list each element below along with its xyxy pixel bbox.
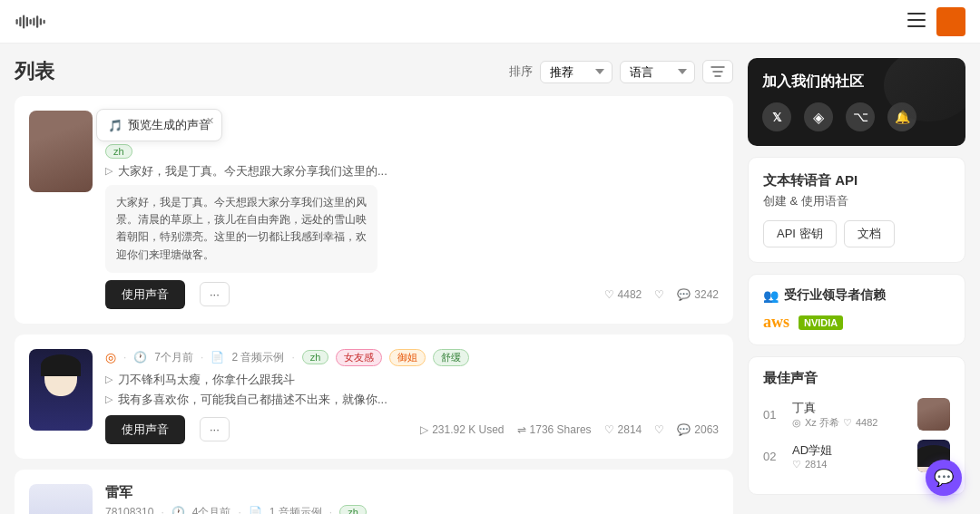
avatar-leijun xyxy=(29,484,93,514)
shares-stat: ⇌ 1736 Shares xyxy=(517,423,592,436)
best-meta-1: ◎ Xz 乔希 ♡ 4482 xyxy=(792,416,910,430)
tag-zh-2: zh xyxy=(302,350,329,364)
tooltip-close[interactable]: ✕ xyxy=(206,115,214,127)
use-voice-btn-1[interactable]: 使用声音 xyxy=(105,280,185,309)
card-inner-3: 雷军 78108310 · 🕐 4个月前 · 📄 1 音频示例 · zh ▷ xyxy=(29,484,719,514)
bookmark-icon-2: ♡ xyxy=(654,423,664,436)
trust-icon: 👥 xyxy=(763,288,779,303)
comments-stat-1: 💬 3242 xyxy=(677,288,719,301)
best-name-2: AD学姐 xyxy=(792,442,910,459)
api-docs-button[interactable]: 文档 xyxy=(844,220,895,247)
tooltip-text: 预览生成的声音 xyxy=(128,117,211,133)
svg-rect-4 xyxy=(30,19,32,24)
preview-line-1: ▷ 大家好，我是丁真。今天想跟大家分享我们这里的... xyxy=(105,163,719,179)
user-id-3: 78108310 xyxy=(105,506,153,514)
svg-rect-9 xyxy=(907,13,926,15)
filter-row: 排序 推荐 最新 最热 语言 中文 English 日本語 xyxy=(509,60,733,83)
preview-text-2b: 我有多喜欢你，可能我自己都描述不出来，就像你... xyxy=(118,392,387,408)
comment-icon-1: 💬 xyxy=(677,288,691,301)
heart-icon-2: ♡ xyxy=(604,423,614,436)
voice-card-1: 🎵 预览生成的声音 ✕ zh ▷ 大家好，我是丁真。今天想跟大家分享我们这里的.… xyxy=(15,96,733,324)
community-card: 加入我们的社区 𝕏 ◈ ⌥ 🔔 xyxy=(748,58,965,146)
avatar-dingzhen xyxy=(29,111,93,192)
api-title: 文本转语音 API xyxy=(763,172,950,189)
user-icon-1: ◎ xyxy=(792,417,801,429)
best-voices-title: 最佳声音 xyxy=(763,370,950,387)
used-stat: ▷ 231.92 K Used xyxy=(420,423,504,436)
heart-icon-1: ♡ xyxy=(604,288,614,301)
play-icon-2b[interactable]: ▷ xyxy=(105,393,113,405)
tag-gentle: 舒缓 xyxy=(433,349,469,366)
filter-icon-button[interactable] xyxy=(702,60,733,83)
svg-rect-0 xyxy=(16,19,18,24)
best-info-2: AD学姐 ♡ 2814 xyxy=(792,442,910,470)
discord-icon[interactable]: ◈ xyxy=(804,102,833,131)
sort-label: 排序 xyxy=(509,63,533,80)
time-ago-2: 7个月前 xyxy=(154,350,193,365)
menu-icon[interactable] xyxy=(907,13,926,30)
svg-rect-1 xyxy=(19,16,21,26)
preview-text-1: 大家好，我是丁真。今天想跟大家分享我们这里的... xyxy=(118,163,387,179)
nav-right xyxy=(907,7,965,36)
play-icon-2a[interactable]: ▷ xyxy=(105,373,113,385)
expanded-text-1: 大家好，我是丁真。今天想跟大家分享我们这里的风景。清晨的草原上，孩儿在自由奔跑，… xyxy=(105,185,377,273)
play-icon-1[interactable]: ▷ xyxy=(105,165,113,177)
meta-row-3: 78108310 · 🕐 4个月前 · 📄 1 音频示例 · zh xyxy=(105,505,719,514)
twitter-icon[interactable]: 𝕏 xyxy=(762,102,791,131)
likes-stat-1: ♡ 4482 xyxy=(604,288,642,301)
voice-card-3: 雷军 78108310 · 🕐 4个月前 · 📄 1 音频示例 · zh ▷ xyxy=(15,470,733,514)
preview-tooltip: 🎵 预览生成的声音 ✕ xyxy=(96,109,222,141)
preview-text-2a: 刀不锋利马太瘦，你拿什么跟我斗 xyxy=(118,372,295,388)
api-key-button[interactable]: API 密钥 xyxy=(763,220,837,247)
comment-icon-2: 💬 xyxy=(677,423,691,436)
top-navigation xyxy=(0,0,980,44)
svg-rect-8 xyxy=(44,19,45,24)
stats-row-2: ▷ 231.92 K Used ⇌ 1736 Shares ♡ 2814 xyxy=(420,423,719,436)
heart-icon-best-1: ♡ xyxy=(843,417,852,429)
voice-name-3: 雷军 xyxy=(105,484,719,501)
more-btn-1[interactable]: ··· xyxy=(200,282,230,306)
likes-stat-2: ♡ 2814 xyxy=(604,423,642,436)
svg-rect-3 xyxy=(26,16,28,26)
lang-select[interactable]: 语言 中文 English 日本語 xyxy=(620,61,695,83)
svg-rect-6 xyxy=(36,15,38,28)
samples-2: 2 音频示例 xyxy=(231,350,284,365)
nvidia-logo: NVIDIA xyxy=(799,315,843,330)
aws-logo: aws xyxy=(763,313,789,332)
github-icon[interactable]: ⌥ xyxy=(846,102,875,131)
best-item-2: 02 AD学姐 ♡ 2814 xyxy=(763,440,950,472)
svg-rect-2 xyxy=(23,15,24,28)
card-inner-2: ◎ · 🕐 7个月前 · 📄 2 音频示例 · zh 女友感 御姐 舒缓 xyxy=(29,349,719,444)
main-content: 列表 排序 推荐 最新 最热 语言 中文 English 日本語 xyxy=(15,58,733,514)
use-voice-btn-2[interactable]: 使用声音 xyxy=(105,415,185,444)
chat-fab-button[interactable]: 💬 xyxy=(926,460,962,496)
api-card: 文本转语音 API 创建 & 使用语音 API 密钥 文档 xyxy=(748,157,965,263)
api-buttons-row: API 密钥 文档 xyxy=(763,220,950,247)
best-rank-2: 02 xyxy=(763,450,785,463)
api-subtitle: 创建 & 使用语音 xyxy=(763,193,950,209)
likes-count-2: 2814 xyxy=(618,423,642,436)
sidebar: 加入我们的社区 𝕏 ◈ ⌥ 🔔 文本转语音 API 创建 & 使用语音 API … xyxy=(748,58,965,514)
sort-select[interactable]: 推荐 最新 最热 xyxy=(540,61,612,83)
used-count: 231.92 K Used xyxy=(432,423,504,436)
more-btn-2[interactable]: ··· xyxy=(200,417,230,441)
svg-rect-5 xyxy=(33,17,34,25)
tooltip-icon: 🎵 xyxy=(108,119,122,132)
best-meta-2: ♡ 2814 xyxy=(792,459,910,470)
user-avatar[interactable] xyxy=(936,7,965,36)
source-icon-2: ◎ xyxy=(105,350,116,364)
stats-row-1: ♡ 4482 ♡ 💬 3242 xyxy=(604,288,719,301)
meta-user-1: Xz 乔希 xyxy=(805,416,839,430)
meta-row-2: ◎ · 🕐 7个月前 · 📄 2 音频示例 · zh 女友感 御姐 舒缓 xyxy=(105,349,719,366)
page-title: 列表 xyxy=(15,58,54,85)
heart-icon-best-2: ♡ xyxy=(792,459,801,470)
comments-count-2: 2063 xyxy=(694,423,719,436)
tag-zh-3: zh xyxy=(339,505,367,514)
play-stat-icon: ▷ xyxy=(420,423,428,436)
likes-best-1: 4482 xyxy=(856,417,877,428)
card-body-3: 雷军 78108310 · 🕐 4个月前 · 📄 1 音频示例 · zh ▷ xyxy=(105,484,719,514)
best-name-1: 丁真 xyxy=(792,400,910,416)
comments-count-1: 3242 xyxy=(694,288,719,301)
tag-zh-1: zh xyxy=(105,144,132,159)
chat-fab-icon: 💬 xyxy=(934,468,954,488)
